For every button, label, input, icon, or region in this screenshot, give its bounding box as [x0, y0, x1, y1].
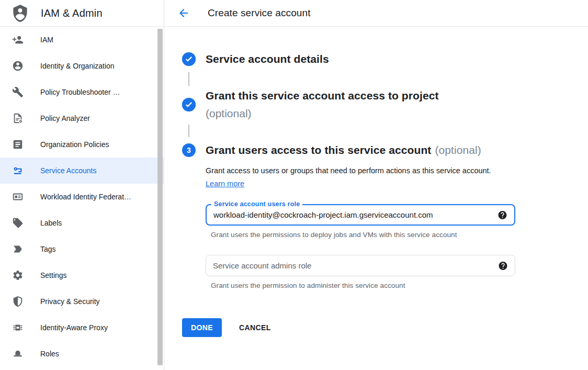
step-connector: [188, 72, 189, 86]
gear-icon: [12, 269, 24, 282]
sidebar-item-label: Labels: [40, 219, 62, 227]
sidebar-item-label: Privacy & Security: [40, 297, 100, 306]
arrow-tag-icon: [12, 243, 24, 255]
wrench-icon: [12, 86, 24, 98]
check-circle-icon: [182, 52, 196, 66]
sidebar-item-identity-aware-proxy[interactable]: Identity-Aware Proxy: [0, 315, 164, 341]
step-title: Grant this service account access to pro…: [206, 87, 439, 105]
step-number: 3: [187, 146, 191, 154]
help-icon[interactable]: [497, 210, 507, 220]
sidebar-item-labels[interactable]: Labels: [0, 210, 164, 236]
sidebar-item-settings[interactable]: Settings: [0, 262, 164, 288]
step-2-grant-access-to-project[interactable]: Grant this service account access to pro…: [182, 87, 588, 122]
step-3-grant-users-access[interactable]: 3 Grant users access to this service acc…: [182, 142, 588, 158]
step-optional-label: (optional): [435, 144, 481, 156]
service-account-admins-role-field: [206, 255, 515, 276]
sidebar-item-label: Service Accounts: [40, 166, 96, 175]
service-account-admins-role-input[interactable]: [206, 255, 515, 276]
sidebar-item-label: Policy Analyzer: [40, 114, 90, 122]
sidebar-item-label: Roles: [40, 350, 59, 358]
sidebar-item-label: Tags: [40, 245, 56, 253]
sidebar-item-label: IAM: [40, 36, 53, 44]
sidebar-item-workload-identity-federation[interactable]: Workload Identity Federat…: [0, 184, 164, 210]
article-icon: [12, 138, 24, 151]
step-connector: [188, 125, 189, 137]
sidebar-item-organization-policies[interactable]: Organization Policies: [0, 131, 164, 158]
shield-half-icon: [12, 295, 24, 308]
sidebar-item-label: Identity-Aware Proxy: [40, 323, 108, 332]
app-title: IAM & Admin: [41, 7, 103, 19]
service-account-key-icon: [12, 164, 24, 177]
learn-more-link[interactable]: Learn more: [206, 180, 244, 188]
sidebar-item-tags[interactable]: Tags: [0, 236, 164, 262]
step-title: Service account details: [206, 51, 329, 67]
service-account-users-role-field: Service account users role: [206, 204, 515, 226]
step-description: Grant access to users or groups that nee…: [206, 164, 492, 190]
help-icon[interactable]: [498, 261, 508, 271]
product-header: IAM & Admin: [0, 0, 164, 26]
field-label: Service account users role: [211, 200, 302, 208]
back-arrow-icon[interactable]: [177, 7, 190, 19]
admins-role-helper-text: Grant users the permission to administer…: [211, 282, 588, 289]
iam-shield-logo-icon: [11, 4, 29, 23]
cancel-button[interactable]: CANCEL: [239, 323, 271, 332]
sidebar-item-iam[interactable]: IAM: [0, 27, 164, 53]
account-circle-icon: [12, 60, 24, 72]
sidebar-item-policy-analyzer[interactable]: Policy Analyzer: [0, 105, 164, 131]
sidebar-item-roles[interactable]: Roles: [0, 341, 164, 367]
page-header: Create service account: [164, 0, 588, 26]
top-header: IAM & Admin Create service account: [0, 0, 588, 27]
sidebar-item-label: Organization Policies: [40, 140, 109, 149]
tag-icon: [12, 217, 24, 229]
step-title: Grant users access to this service accou…: [206, 142, 481, 158]
badge-card-icon: [12, 190, 24, 203]
sidebar-item-service-accounts[interactable]: Service Accounts: [0, 158, 164, 184]
step-1-service-account-details[interactable]: Service account details: [182, 51, 588, 67]
main-content: Service account details Grant this servi…: [164, 27, 588, 370]
done-button[interactable]: DONE: [182, 318, 222, 337]
step-number-badge: 3: [182, 143, 196, 157]
check-circle-icon: [182, 98, 196, 111]
sidebar-item-label: Settings: [40, 271, 67, 279]
hat-icon: [12, 347, 24, 360]
person-add-icon: [12, 33, 24, 46]
sidebar-item-label: Identity & Organization: [40, 62, 115, 70]
step-optional-label: (optional): [206, 105, 439, 122]
app-window: IAM & Admin Create service account IAM: [0, 0, 588, 370]
sidebar-item-label: Workload Identity Federat…: [40, 193, 131, 201]
sidebar-scrollbar-thumb[interactable]: [157, 29, 163, 365]
proxy-icon: [12, 321, 24, 334]
sidebar-item-privacy-security[interactable]: Privacy & Security: [0, 288, 164, 315]
users-role-helper-text: Grant users the permissions to deploy jo…: [211, 231, 588, 239]
sidebar-item-policy-troubleshooter[interactable]: Policy Troubleshooter …: [0, 79, 164, 105]
page-title: Create service account: [208, 7, 311, 19]
sidebar-item-label: Policy Troubleshooter …: [40, 88, 120, 96]
policy-doc-icon: [12, 112, 24, 125]
form-actions: DONE CANCEL: [182, 318, 588, 337]
sidebar: IAM Identity & Organization Policy Troub…: [0, 27, 164, 370]
sidebar-item-identity-organization[interactable]: Identity & Organization: [0, 53, 164, 79]
